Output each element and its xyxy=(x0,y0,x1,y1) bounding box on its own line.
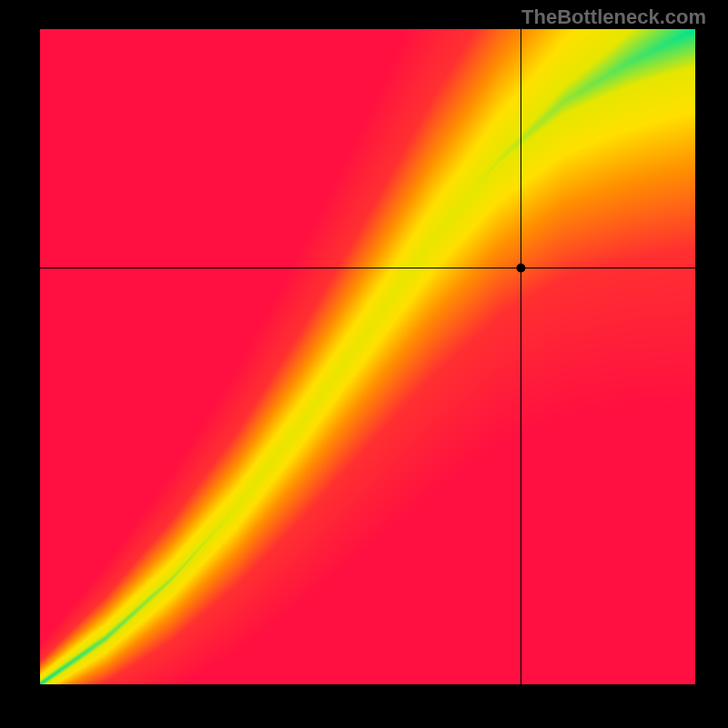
chart-container: TheBottleneck.com xyxy=(0,0,728,728)
bottleneck-heatmap xyxy=(40,29,695,684)
watermark-text: TheBottleneck.com xyxy=(521,5,706,29)
